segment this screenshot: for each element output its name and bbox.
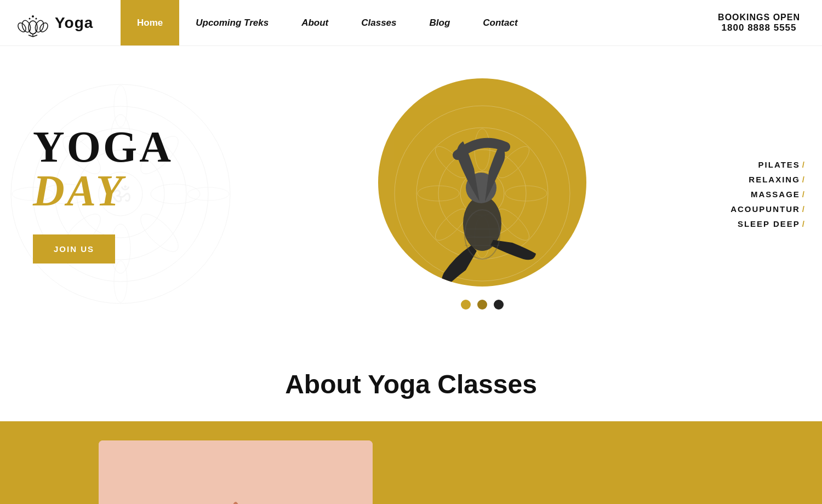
svg-point-9 xyxy=(29,18,31,19)
carousel-dot-1[interactable] xyxy=(461,300,471,310)
hero-title: YOGA DAY xyxy=(33,125,241,213)
best-yoga-label: Best Yoga xyxy=(422,501,527,504)
svg-point-23 xyxy=(135,208,184,257)
header: Yoga Home Upcoming Treks About Classes B… xyxy=(0,0,822,46)
nav-item-classes[interactable]: Classes xyxy=(345,0,413,45)
hero-center xyxy=(241,46,723,342)
svg-point-25 xyxy=(114,261,127,302)
bookings-phone: 1800 8888 5555 xyxy=(718,22,800,33)
yoga-person-icon xyxy=(400,103,564,287)
carousel-dot-3[interactable] xyxy=(494,300,504,310)
svg-point-10 xyxy=(36,18,37,19)
yoga-hands-icon xyxy=(99,440,373,504)
about-title: About Yoga Classes xyxy=(285,369,537,399)
svg-point-2 xyxy=(34,19,45,33)
service-item-massage[interactable]: MASSAGE/ xyxy=(751,190,806,199)
svg-rect-47 xyxy=(99,440,373,504)
logo-text: Yoga xyxy=(55,14,93,32)
service-item-relaxing[interactable]: RELAXING/ xyxy=(749,175,806,184)
nav-item-home[interactable]: Home xyxy=(121,0,179,45)
logo-area: Yoga xyxy=(0,7,121,39)
main-nav: Home Upcoming Treks About Classes Blog C… xyxy=(121,0,534,45)
hero-title-day: DAY xyxy=(33,169,241,213)
svg-line-7 xyxy=(33,35,37,37)
svg-point-0 xyxy=(28,21,37,34)
nav-item-blog[interactable]: Blog xyxy=(413,0,467,45)
hero-left: ॐ YOGA DAY JOIN US xyxy=(0,46,241,342)
about-title-section: About Yoga Classes xyxy=(0,342,822,421)
yellow-section: Best Yoga xyxy=(0,421,822,504)
carousel-dots xyxy=(461,300,504,310)
svg-point-24 xyxy=(114,85,127,127)
bookings-label: BOOKINGS OPEN xyxy=(718,13,800,22)
carousel-dot-2[interactable] xyxy=(477,300,487,310)
hero-title-yoga: YOGA xyxy=(33,125,241,169)
lotus-icon xyxy=(16,7,49,39)
hero-circle xyxy=(378,78,586,287)
svg-point-1 xyxy=(21,19,32,33)
join-us-button[interactable]: JOIN US xyxy=(33,234,115,264)
svg-point-8 xyxy=(32,15,34,18)
nav-item-contact[interactable]: Contact xyxy=(466,0,534,45)
hero-right: PILATES/ RELAXING/ MASSAGE/ ACOUPUNTUR/ … xyxy=(723,160,822,228)
nav-item-upcoming-treks[interactable]: Upcoming Treks xyxy=(179,0,285,45)
nav-item-about[interactable]: About xyxy=(285,0,345,45)
service-item-acoupuntur[interactable]: ACOUPUNTUR/ xyxy=(730,204,806,214)
service-item-sleep-deep[interactable]: SLEEP DEEP/ xyxy=(738,219,806,228)
service-item-pilates[interactable]: PILATES/ xyxy=(758,160,806,169)
bookings-area: BOOKINGS OPEN 1800 8888 5555 xyxy=(696,13,822,33)
best-yoga-text-area: Best Yoga xyxy=(406,501,527,504)
svg-line-6 xyxy=(28,35,33,37)
hero-section: ॐ YOGA DAY JOIN US xyxy=(0,46,822,342)
best-yoga-image xyxy=(99,440,373,504)
